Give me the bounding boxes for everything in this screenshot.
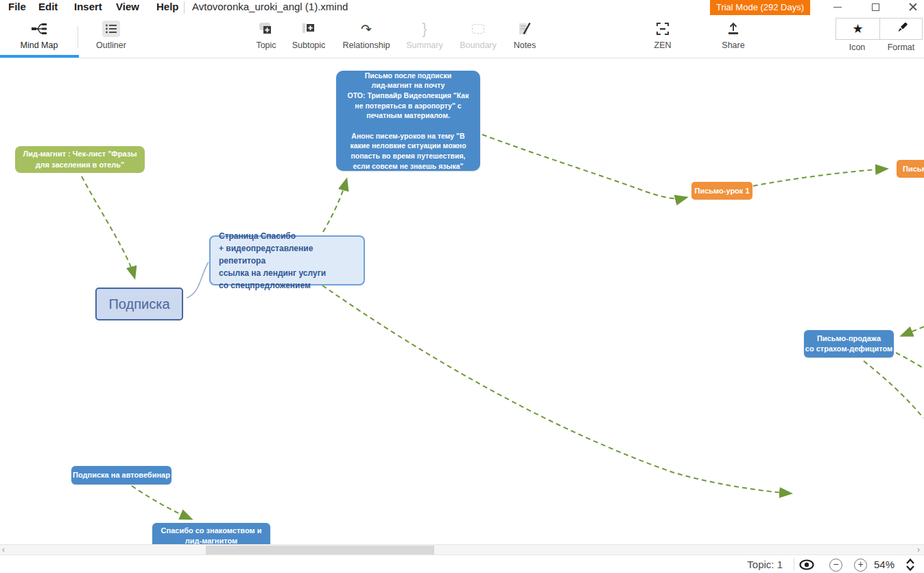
icon-format-group: ★: [836, 18, 923, 40]
star-icon: ★: [852, 21, 863, 36]
outliner-icon: [85, 18, 137, 40]
status-bar: Topic: 1 − + 54%: [0, 554, 924, 573]
notes-icon: [499, 18, 551, 40]
eye-icon: [799, 561, 814, 573]
relationship-icon: ↷: [340, 18, 392, 40]
menu-separator: [184, 1, 185, 14]
tab-separator: [78, 26, 78, 48]
active-tab-indicator: [0, 55, 79, 58]
topic-label: Письмо: [903, 165, 924, 173]
button-label: Boundary: [452, 40, 504, 50]
boundary-icon: [452, 18, 504, 40]
topic-welcome-letter[interactable]: Письмо после подписки лид-магнит на почт…: [336, 71, 480, 171]
menu-bar: File Edit Insert View Help Avtovoronka_u…: [0, 0, 924, 15]
topic-label: Письмо после подписки лид-магнит на почт…: [343, 71, 473, 172]
topic-webinar-subscription[interactable]: Подписка на автовебинар: [71, 466, 171, 484]
button-label: Share: [707, 40, 759, 50]
topic-label: Лид-магнит : Чек-лист "Фразы для заселен…: [22, 149, 138, 170]
minimize-button[interactable]: [827, 0, 848, 14]
scroll-right-icon[interactable]: ›: [915, 545, 922, 555]
share-icon: [707, 18, 759, 40]
topic-label: Спасибо со знакомством и лид-магнитом: [158, 526, 265, 546]
scrollbar-thumb[interactable]: [206, 546, 434, 554]
fit-map-button[interactable]: [905, 558, 915, 573]
brush-icon: [895, 21, 909, 38]
button-label: Summary: [399, 40, 451, 50]
topic-thanks-page[interactable]: Страница Спасибо + видеопредставление ре…: [209, 235, 365, 285]
boundary-button: Boundary: [452, 18, 504, 56]
presenter-view-button[interactable]: [799, 559, 814, 571]
topic-count: Topic: 1: [747, 559, 783, 570]
summary-button: } Summary: [399, 18, 451, 56]
zoom-out-button[interactable]: −: [829, 559, 842, 572]
button-label: Icon: [836, 43, 879, 52]
topic-sale-letter[interactable]: Письмо-продажа со страхом-дефицитом: [804, 330, 894, 358]
status-separator: [794, 558, 794, 571]
zen-button[interactable]: ZEN: [637, 18, 689, 56]
subtopic-icon: [283, 18, 335, 40]
mind-map-icon: [13, 18, 65, 40]
menu-insert[interactable]: Insert: [71, 0, 105, 15]
zen-mode-icon: [637, 18, 689, 40]
share-button[interactable]: Share: [707, 18, 759, 56]
tab-mind-map[interactable]: Mind Map: [13, 18, 65, 56]
horizontal-scrollbar[interactable]: ‹ ›: [0, 544, 924, 554]
tab-label: Mind Map: [13, 40, 65, 50]
tab-outliner[interactable]: Outliner: [85, 18, 137, 56]
toolbar: Mind Map Outliner Topic: [0, 15, 924, 58]
icon-button[interactable]: ★: [836, 19, 879, 39]
summary-icon: }: [399, 18, 451, 40]
topic-letter-lesson-1[interactable]: Письмо-урок 1: [691, 182, 753, 200]
minimize-icon: [833, 7, 842, 8]
topic-letter-next[interactable]: Письмо: [897, 160, 924, 178]
notes-button[interactable]: Notes: [499, 18, 551, 56]
menu-view[interactable]: View: [113, 0, 142, 15]
button-label: Format: [879, 43, 923, 52]
trial-mode-badge[interactable]: Trial Mode (292 Days): [710, 0, 810, 15]
zoom-level[interactable]: 54%: [874, 559, 895, 570]
topic-subscription[interactable]: Подписка: [95, 288, 183, 320]
topic-lead-magnet[interactable]: Лид-магнит : Чек-лист "Фразы для заселен…: [15, 146, 145, 173]
zoom-in-button[interactable]: +: [854, 559, 867, 572]
topic-label: Подписка на автовебинар: [73, 470, 170, 480]
close-button[interactable]: [903, 0, 923, 14]
topic-label: Страница Спасибо + видеопредставление ре…: [219, 230, 355, 292]
minus-icon: −: [833, 559, 838, 570]
topic-label: Письмо-продажа со страхом-дефицитом: [805, 334, 892, 353]
maximize-button[interactable]: [865, 0, 886, 14]
button-label: Subtopic: [283, 40, 335, 50]
chevron-up-down-icon: [905, 562, 915, 573]
subtopic-button[interactable]: Subtopic: [283, 18, 335, 56]
button-label: ZEN: [637, 40, 689, 50]
close-icon: [909, 3, 917, 11]
topic-label: Подписка: [108, 296, 169, 312]
plus-icon: +: [857, 559, 863, 570]
tab-label: Outliner: [85, 40, 137, 50]
menu-help[interactable]: Help: [154, 0, 182, 15]
topic-label: Письмо-урок 1: [694, 187, 749, 195]
menu-edit[interactable]: Edit: [36, 0, 60, 15]
scroll-left-icon[interactable]: ‹: [0, 545, 7, 555]
menu-file[interactable]: File: [5, 0, 29, 15]
maximize-icon: [872, 3, 879, 11]
format-button[interactable]: [880, 19, 923, 39]
button-label: Relationship: [340, 40, 392, 50]
document-title: Avtovoronka_uroki_angl (1).xmind: [192, 0, 348, 15]
button-label: Notes: [499, 40, 551, 50]
relationship-button[interactable]: ↷ Relationship: [340, 18, 392, 56]
